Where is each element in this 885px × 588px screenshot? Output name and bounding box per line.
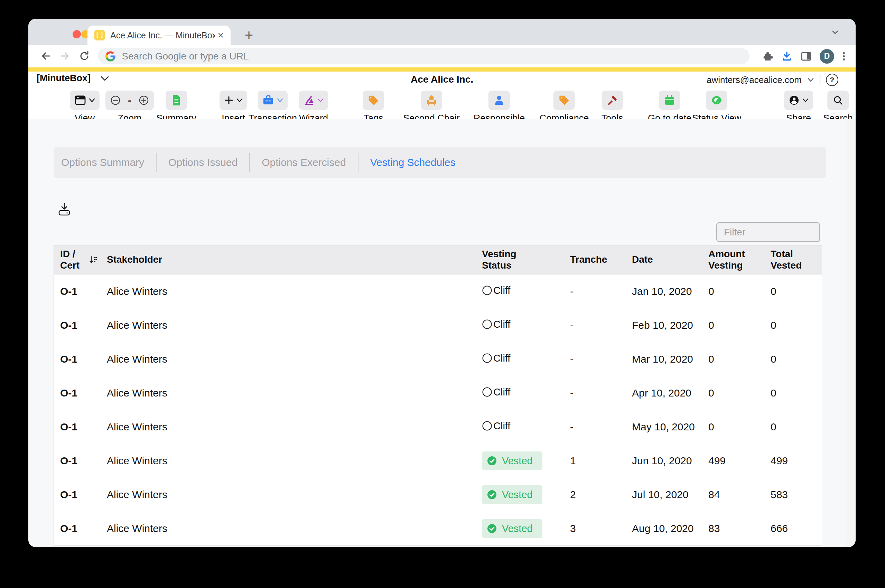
table-row[interactable]: O-1 Alice Winters Cliff - Feb 10, 2020 0… bbox=[54, 308, 822, 342]
toolbar-responsible[interactable]: Responsible bbox=[474, 91, 525, 124]
back-icon[interactable] bbox=[39, 50, 52, 62]
share-button[interactable] bbox=[784, 91, 813, 110]
insert-button[interactable] bbox=[219, 91, 247, 110]
toolbar-compliance[interactable]: Compliance bbox=[540, 91, 589, 124]
tab-options-issued[interactable]: Options Issued bbox=[157, 147, 249, 178]
tags-button[interactable] bbox=[363, 91, 384, 110]
scrollbar-track[interactable] bbox=[847, 119, 856, 547]
transaction-button[interactable] bbox=[258, 91, 288, 110]
toolbar-tags[interactable]: Tags bbox=[363, 91, 384, 124]
toolbar-summary[interactable]: Summary bbox=[156, 91, 196, 124]
col-stakeholder[interactable]: Stakeholder bbox=[100, 254, 476, 265]
tranche-cell: - bbox=[564, 285, 626, 297]
address-bar-actions: D bbox=[762, 45, 846, 68]
export-download-icon[interactable] bbox=[57, 202, 72, 217]
forward-icon[interactable] bbox=[59, 50, 71, 62]
tools-button[interactable] bbox=[602, 91, 623, 110]
check-circle-icon bbox=[487, 524, 497, 534]
toolbar-share[interactable]: Share bbox=[784, 91, 813, 124]
table-row[interactable]: O-1 Alice Winters Vested 1 Jun 10, 2020 … bbox=[54, 444, 822, 478]
toolbar-insert[interactable]: Insert bbox=[219, 91, 247, 124]
vesting-status-badge: Cliff bbox=[482, 420, 510, 432]
browser-menu-icon[interactable] bbox=[842, 51, 846, 62]
col-total-vested[interactable]: Total Vested bbox=[764, 249, 822, 271]
downloads-icon[interactable] bbox=[781, 51, 793, 62]
zoom-level: - bbox=[128, 94, 131, 106]
view-button[interactable] bbox=[70, 91, 100, 110]
filter-field[interactable] bbox=[716, 222, 820, 242]
tranche-cell: - bbox=[564, 320, 626, 331]
total-vested-cell: 0 bbox=[764, 285, 822, 297]
reload-icon[interactable] bbox=[78, 50, 91, 62]
chevron-down-icon bbox=[277, 98, 283, 102]
table-row[interactable]: O-1 Alice Winters Vested 2 Jul 10, 2020 … bbox=[54, 478, 822, 512]
col-id-cert[interactable]: ID / Cert bbox=[60, 249, 80, 271]
id-cert-cell: O-1 bbox=[54, 353, 100, 365]
browser-window: Ace Alice Inc. — MinuteBox × + bbox=[28, 19, 856, 547]
total-vested-cell: 0 bbox=[764, 353, 822, 365]
date-cell: May 10, 2020 bbox=[626, 421, 702, 433]
table-row[interactable]: O-1 Alice Winters Cliff - May 10, 2020 0… bbox=[54, 410, 822, 444]
search-button[interactable] bbox=[827, 91, 849, 110]
new-tab-button[interactable]: + bbox=[241, 28, 256, 43]
sort-descending-icon[interactable] bbox=[88, 255, 99, 265]
filter-input[interactable] bbox=[717, 227, 819, 238]
omnibox-input[interactable] bbox=[122, 51, 742, 62]
tab-vesting-schedules[interactable]: Vesting Schedules bbox=[358, 147, 467, 178]
toolbar-view[interactable]: View bbox=[70, 91, 100, 124]
extensions-puzzle-icon[interactable] bbox=[762, 51, 773, 62]
date-cell: Feb 10, 2020 bbox=[626, 320, 702, 331]
profile-avatar[interactable]: D bbox=[820, 49, 834, 64]
user-menu[interactable]: awinters@acealice.com ? bbox=[706, 72, 838, 88]
table-row[interactable]: O-1 Alice Winters Cliff - Jan 10, 2020 0… bbox=[54, 274, 822, 308]
id-cert-cell: O-1 bbox=[54, 523, 100, 534]
toolbar-wizard[interactable]: Wizard bbox=[299, 91, 328, 124]
toolbar-search[interactable]: Search bbox=[823, 91, 853, 124]
table-row[interactable]: O-1 Alice Winters Cliff - Mar 10, 2020 0… bbox=[54, 342, 822, 376]
table-row[interactable]: O-1 Alice Winters Vested 3 Aug 10, 2020 … bbox=[54, 512, 822, 546]
tab-close-icon[interactable]: × bbox=[218, 30, 224, 40]
close-window-button[interactable] bbox=[73, 30, 81, 38]
col-amount-vesting[interactable]: Amount Vesting bbox=[702, 249, 764, 271]
browser-tab[interactable]: Ace Alice Inc. — MinuteBox × bbox=[87, 26, 231, 45]
chevron-down-icon bbox=[807, 77, 814, 82]
zoom-button-group[interactable]: - bbox=[105, 91, 154, 110]
toolbar: View - Zoom bbox=[28, 88, 856, 119]
chevron-down-icon bbox=[802, 98, 808, 102]
status-view-button[interactable] bbox=[706, 91, 728, 110]
col-tranche[interactable]: Tranche bbox=[564, 254, 626, 265]
id-cert-cell: O-1 bbox=[54, 285, 100, 297]
id-cert-cell: O-1 bbox=[54, 387, 100, 399]
zoom-out-icon[interactable] bbox=[110, 95, 121, 106]
col-vesting-status[interactable]: Vesting Status bbox=[476, 249, 564, 271]
toolbar-status-view[interactable]: Status View bbox=[692, 91, 741, 124]
toolbar-zoom[interactable]: - Zoom bbox=[105, 91, 154, 124]
second-chair-button[interactable] bbox=[421, 91, 442, 110]
tab-title: Ace Alice Inc. — MinuteBox bbox=[110, 30, 214, 40]
table-row[interactable]: O-1 Alice Winters Cliff - Apr 10, 2020 0… bbox=[54, 376, 822, 410]
side-panel-icon[interactable] bbox=[800, 51, 812, 62]
help-button[interactable]: ? bbox=[826, 74, 838, 86]
google-logo-icon bbox=[105, 51, 116, 62]
wizard-button[interactable] bbox=[299, 91, 328, 110]
summary-button[interactable] bbox=[166, 91, 187, 110]
zoom-in-icon[interactable] bbox=[138, 95, 149, 106]
brand-accent-bar bbox=[28, 68, 856, 72]
vesting-status-text: Cliff bbox=[494, 285, 510, 296]
col-date[interactable]: Date bbox=[626, 254, 702, 265]
empty-circle-icon bbox=[482, 387, 492, 397]
toolbar-tools[interactable]: Tools bbox=[601, 91, 623, 124]
tab-options-exercised[interactable]: Options Exercised bbox=[250, 147, 357, 178]
compliance-button[interactable] bbox=[554, 91, 575, 110]
tab-search-chevron-icon[interactable] bbox=[830, 27, 840, 38]
tab-options-summary[interactable]: Options Summary bbox=[54, 147, 156, 178]
empty-circle-icon bbox=[482, 319, 492, 329]
check-circle-icon bbox=[487, 489, 497, 500]
go-to-date-button[interactable] bbox=[659, 91, 680, 110]
responsible-button[interactable] bbox=[489, 91, 510, 110]
stakeholder-cell: Alice Winters bbox=[100, 523, 476, 534]
toolbar-second-chair[interactable]: Second Chair bbox=[403, 91, 460, 124]
toolbar-go-to-date[interactable]: Go to date bbox=[648, 91, 692, 124]
omnibox[interactable] bbox=[98, 48, 750, 64]
toolbar-transaction[interactable]: Transaction bbox=[249, 91, 297, 124]
